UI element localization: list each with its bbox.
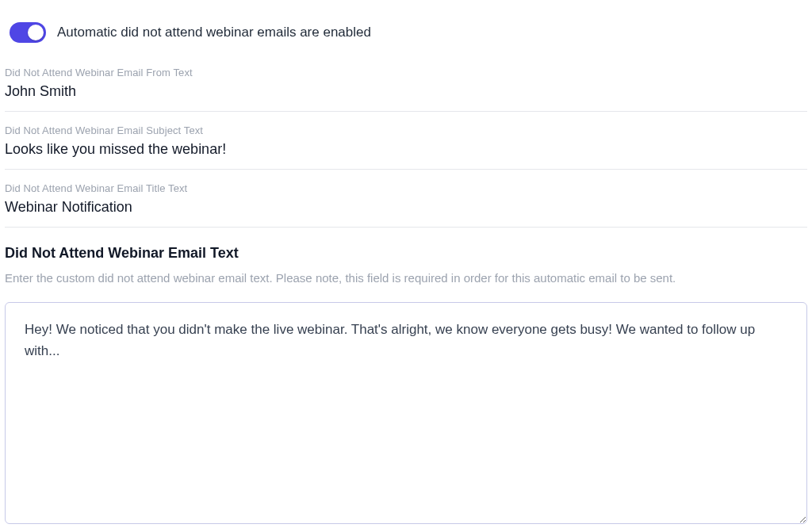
subject-field-label: Did Not Attend Webinar Email Subject Tex… [5, 124, 807, 136]
toggle-row: Automatic did not attend webinar emails … [5, 22, 807, 43]
toggle-knob-icon [28, 25, 44, 40]
from-field-group: Did Not Attend Webinar Email From Text [5, 62, 807, 112]
email-body-textarea[interactable] [5, 302, 807, 524]
title-field-group: Did Not Attend Webinar Email Title Text [5, 178, 807, 228]
email-body-help: Enter the custom did not attend webinar … [5, 270, 807, 288]
toggle-label: Automatic did not attend webinar emails … [57, 25, 371, 40]
subject-field-group: Did Not Attend Webinar Email Subject Tex… [5, 120, 807, 170]
from-field-input[interactable] [5, 83, 807, 100]
email-body-heading: Did Not Attend Webinar Email Text [5, 245, 807, 262]
title-field-input[interactable] [5, 199, 807, 216]
subject-field-input[interactable] [5, 141, 807, 158]
email-settings-form: Automatic did not attend webinar emails … [0, 0, 812, 528]
title-field-label: Did Not Attend Webinar Email Title Text [5, 182, 807, 194]
from-field-label: Did Not Attend Webinar Email From Text [5, 67, 807, 78]
enable-toggle[interactable] [10, 22, 46, 43]
